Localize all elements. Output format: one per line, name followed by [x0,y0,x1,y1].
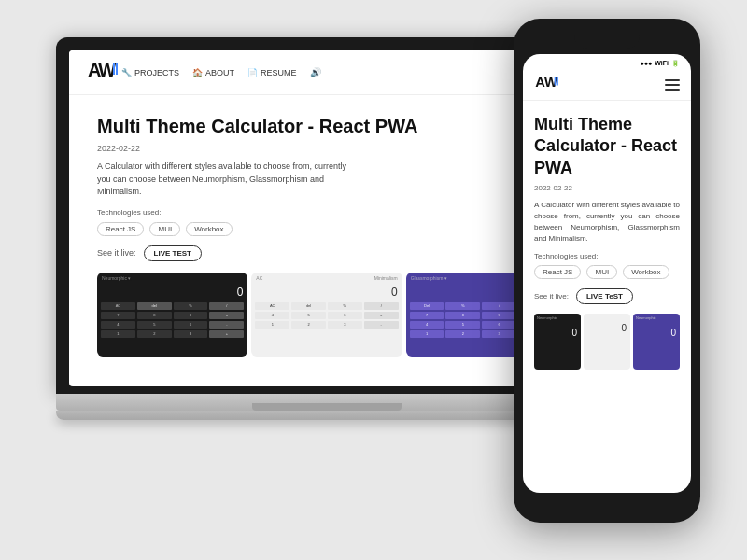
laptop-nav-links: 🔧 PROJECTS 🏠 ABOUT 📄 RESUME 🔊 [121,67,321,77]
resume-emoji: 📄 [247,68,258,77]
mobile-description: A Calculator with different styles avail… [534,200,680,245]
mobile-screen: ●●●WiFi🔋 AW Multi Theme Calcula [523,54,691,493]
mobile-phone-mockup: ●●●WiFi🔋 AW Multi Theme Calcula [514,19,700,523]
mobile-date: 2022-02-22 [534,184,680,192]
laptop-tech-label: Technologies used: [97,208,557,217]
mobile-mini-dark: Neumorphic 0 [534,314,581,370]
mobile-live-test-button[interactable]: LIVE TeST [576,288,633,304]
mobile-see-live: See it live: LIVE TeST [534,288,680,304]
mobile-mini-purple: Neumorphic 0 [633,314,680,370]
mobile-tag-reactjs: React JS [534,265,581,279]
laptop-phone-dark: Neumorphic ▾ 0 ACdel%/ 789x 456- 123+ [97,273,247,357]
laptop-logo: AW [88,60,121,85]
laptop-screenshots: Neumorphic ▾ 0 ACdel%/ 789x 456- 123+ [97,273,557,357]
projects-emoji: 🔧 [121,68,132,77]
nav-about[interactable]: 🏠 ABOUT [192,68,234,77]
dark-phone-label: Neumorphic ▾ [97,273,247,284]
mobile-title: Multi Theme Calculator - React PWA [534,114,680,179]
tag-reactjs: React JS [97,222,144,236]
laptop-navbar: AW 🔧 PROJECTS 🏠 ABOUT [69,50,585,95]
mobile-screenshots: Neumorphic 0 0 Neumorphic 0 [534,314,680,370]
nav-projects[interactable]: 🔧 PROJECTS [121,68,179,77]
mobile-navbar: AW [523,69,691,101]
status-icons: ●●●WiFi🔋 [641,60,680,67]
laptop-tech-tags: React JS MUI Workbox [97,222,557,236]
mobile-mini-light: 0 [584,314,630,370]
mobile-tech-label: Technologies used: [534,252,680,260]
tag-workbox: Workbox [186,222,232,236]
svg-text:AW: AW [88,60,116,80]
laptop-screen: AW 🔧 PROJECTS 🏠 ABOUT [69,50,585,386]
nav-resume[interactable]: 📄 RESUME [247,68,297,77]
hamburger-menu[interactable] [665,79,680,91]
light-phone-display: 0 [251,284,402,301]
laptop-title: Multi Theme Calculator - React PWA [97,114,557,138]
laptop-description: A Calculator with different styles avail… [97,161,359,199]
laptop-content: Multi Theme Calculator - React PWA 2022-… [69,95,585,375]
dark-phone-display: 0 [97,284,247,301]
mobile-tech-tags: React JS MUI Workbox [534,265,680,279]
laptop-see-live-label: See it live: [97,248,136,258]
mobile-notch [574,32,640,49]
light-phone-label: ACMinimalism [251,273,402,284]
mobile-status-bar: ●●●WiFi🔋 [523,54,691,69]
laptop-live-test-button[interactable]: LIVE TEST [144,245,202,261]
mobile-content: Multi Theme Calculator - React PWA 2022-… [523,101,691,383]
mobile-logo: AW [534,75,564,94]
laptop-see-live: See it live: LIVE TEST [97,245,557,261]
laptop-date: 2022-02-22 [97,144,557,153]
laptop-phone-light: ACMinimalism 0 ACdel%/ 456x 123- [251,273,402,357]
svg-text:AW: AW [535,75,557,90]
scene: AW 🔧 PROJECTS 🏠 ABOUT [0,0,747,560]
volume-icon: 🔊 [310,67,321,77]
about-emoji: 🏠 [192,68,203,77]
tag-mui: MUI [149,222,180,236]
mobile-tag-workbox: Workbox [623,265,669,279]
mobile-tag-mui: MUI [586,265,617,279]
mobile-see-live-label: See it live: [534,292,569,301]
